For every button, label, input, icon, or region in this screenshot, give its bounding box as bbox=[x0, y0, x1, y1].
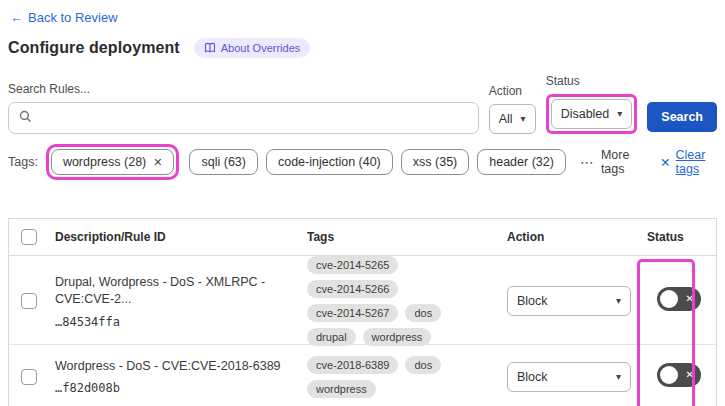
row-action-value: Block bbox=[517, 370, 548, 384]
selected-tag-highlight: wordpress (28) ✕ bbox=[46, 144, 180, 180]
chevron-down-icon: ▾ bbox=[521, 114, 526, 124]
tag-chip-sqli[interactable]: sqli (63) bbox=[189, 149, 257, 175]
back-arrow-icon: ← bbox=[10, 10, 23, 25]
toggle-x-icon: ✕ bbox=[686, 294, 694, 304]
row-checkbox[interactable] bbox=[21, 369, 37, 385]
title-row: Configure deployment About Overrides bbox=[8, 38, 717, 58]
rule-tag: cve-2014-5266 bbox=[307, 280, 398, 298]
clear-tags-link[interactable]: ✕ Clear tags bbox=[660, 148, 717, 176]
column-header-status: Status bbox=[641, 230, 716, 244]
back-to-review-link[interactable]: ← Back to Review bbox=[10, 10, 118, 25]
rules-table: Description/Rule ID Tags Action Status D… bbox=[8, 218, 717, 406]
row-action-value: Block bbox=[517, 294, 548, 308]
select-all-checkbox[interactable] bbox=[21, 229, 37, 245]
more-tags-label: More tags bbox=[601, 148, 640, 176]
chevron-down-icon: ▾ bbox=[617, 109, 622, 119]
tag-chip-code-injection[interactable]: code-injection (40) bbox=[266, 149, 393, 175]
toggle-knob bbox=[660, 366, 678, 384]
column-header-action: Action bbox=[501, 230, 641, 244]
tag-chip-label: wordpress (28) bbox=[63, 155, 146, 169]
row-checkbox[interactable] bbox=[21, 293, 37, 309]
status-select[interactable]: Disabled ▾ bbox=[551, 99, 633, 129]
rule-id: …84534ffa bbox=[55, 315, 295, 329]
chevron-down-icon: ▾ bbox=[616, 372, 621, 382]
search-icon bbox=[19, 109, 32, 127]
rule-tag: drupal bbox=[307, 328, 356, 346]
rule-tag: wordpress bbox=[363, 328, 432, 346]
status-toggle[interactable]: ✕ bbox=[657, 287, 701, 311]
rule-tag: wordpress bbox=[307, 380, 376, 398]
search-rules-label: Search Rules... bbox=[8, 82, 479, 96]
about-overrides-label: About Overrides bbox=[221, 42, 300, 54]
rule-id: …f82d008b bbox=[55, 381, 295, 395]
rule-description: Wordpress - DoS - CVE:CVE-2018-6389 bbox=[55, 358, 295, 376]
remove-tag-icon[interactable]: ✕ bbox=[153, 156, 162, 169]
rule-tag: dos bbox=[405, 304, 441, 322]
back-link-label: Back to Review bbox=[28, 10, 118, 25]
status-label: Status bbox=[546, 74, 638, 88]
rule-tags: cve-2014-5265 cve-2014-5266 cve-2014-526… bbox=[301, 256, 501, 346]
rule-tag: cve-2018-6389 bbox=[307, 356, 398, 374]
table-row: Wordpress - DoS - CVE:CVE-2018-6389 …f82… bbox=[9, 345, 716, 406]
clear-x-icon: ✕ bbox=[660, 155, 670, 170]
tags-label: Tags: bbox=[8, 155, 38, 169]
column-header-description: Description/Rule ID bbox=[49, 230, 301, 244]
toggle-knob bbox=[660, 290, 678, 308]
clear-tags-label: Clear tags bbox=[676, 148, 717, 176]
rule-tag: cve-2014-5265 bbox=[307, 256, 398, 274]
toggle-x-icon: ✕ bbox=[686, 369, 694, 379]
column-header-tags: Tags bbox=[301, 230, 501, 244]
rule-tag: dos bbox=[405, 356, 441, 374]
rule-description: Drupal, Wordpress - DoS - XMLRPC - CVE:C… bbox=[55, 274, 295, 309]
search-input-wrapper bbox=[8, 102, 479, 134]
filter-row: Search Rules... Action All ▾ Status Disa… bbox=[8, 74, 717, 134]
tag-chip-header[interactable]: header (32) bbox=[477, 149, 566, 175]
status-filter-highlight: Disabled ▾ bbox=[546, 94, 638, 134]
action-select[interactable]: All ▾ bbox=[489, 104, 536, 134]
more-tags-button[interactable]: ⋯ More tags bbox=[580, 148, 640, 176]
table-header: Description/Rule ID Tags Action Status bbox=[9, 219, 716, 256]
action-label: Action bbox=[489, 84, 536, 98]
page-title: Configure deployment bbox=[8, 39, 180, 57]
status-select-value: Disabled bbox=[561, 107, 610, 121]
search-button[interactable]: Search bbox=[647, 102, 717, 132]
tags-bar: Tags: wordpress (28) ✕ sqli (63) code-in… bbox=[8, 144, 717, 180]
search-input[interactable] bbox=[39, 111, 468, 126]
chevron-down-icon: ▾ bbox=[616, 296, 621, 306]
row-action-select[interactable]: Block ▾ bbox=[507, 286, 631, 316]
rule-tags: cve-2018-6389 dos wordpress bbox=[301, 356, 501, 398]
ellipsis-icon: ⋯ bbox=[580, 154, 595, 170]
row-action-select[interactable]: Block ▾ bbox=[507, 362, 631, 392]
tag-chip-xss[interactable]: xss (35) bbox=[401, 149, 469, 175]
configure-deployment-page: ← Back to Review Configure deployment Ab… bbox=[0, 0, 725, 406]
action-select-value: All bbox=[499, 112, 513, 126]
status-toggle[interactable]: ✕ bbox=[657, 363, 701, 387]
book-icon bbox=[204, 42, 216, 54]
rule-tag: cve-2014-5267 bbox=[307, 304, 398, 322]
about-overrides-badge[interactable]: About Overrides bbox=[194, 38, 310, 58]
table-row: Drupal, Wordpress - DoS - XMLRPC - CVE:C… bbox=[9, 256, 716, 345]
tag-chip-wordpress[interactable]: wordpress (28) ✕ bbox=[51, 149, 175, 175]
